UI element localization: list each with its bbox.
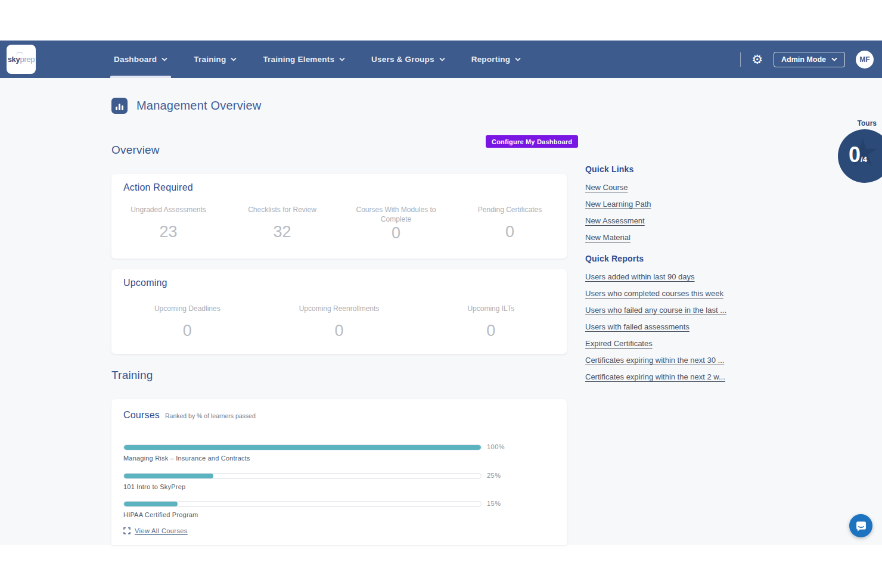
course-bar-fill <box>124 445 481 450</box>
chevron-down-icon <box>439 57 445 63</box>
stat-pending-certificates: Pending Certificates 0 <box>453 205 567 242</box>
skyprep-logo[interactable]: skyprep <box>7 45 36 74</box>
page-title-row: Management Overview <box>111 98 261 114</box>
navbar-right-controls: ⚙ Admin Mode MF <box>740 41 874 78</box>
chevron-down-icon <box>339 57 345 63</box>
tours-total: /4 <box>861 155 867 164</box>
skyprep-logo-text: skyprep <box>8 55 35 64</box>
tours-label: Tours <box>858 119 877 127</box>
link-new-learning-path[interactable]: New Learning Path <box>585 200 651 209</box>
page-title: Management Overview <box>136 99 261 113</box>
nav-item-dashboard[interactable]: Dashboard <box>114 41 167 78</box>
main-content-area: Management Overview Tours ★ 0/4 Configur… <box>0 78 882 545</box>
chevron-down-icon <box>831 57 837 63</box>
nav-item-training-elements[interactable]: Training Elements <box>263 41 345 78</box>
training-section-heading: Training <box>111 369 153 382</box>
report-users-completed-this-week[interactable]: Users who completed courses this week <box>585 289 726 298</box>
course-bar-track <box>123 501 482 507</box>
user-avatar[interactable]: MF <box>856 51 874 69</box>
nav-item-training[interactable]: Training <box>194 41 237 78</box>
upcoming-title: Upcoming <box>123 278 167 288</box>
course-bar-label: Managing Risk – Insurance and Contracts <box>123 455 482 462</box>
logo-swoosh-icon <box>16 52 23 55</box>
stat-ungraded-assessments: Ungraded Assessments 23 <box>111 205 225 242</box>
course-bar-row: 100% Managing Risk – Insurance and Contr… <box>123 444 482 462</box>
settings-gear-icon[interactable]: ⚙ <box>751 53 763 66</box>
view-all-courses[interactable]: View All Courses <box>123 527 188 534</box>
tours-count: 0 <box>849 142 861 167</box>
course-bar-label: 101 Intro to SkyPrep <box>123 483 482 490</box>
report-users-added-90-days[interactable]: Users added within last 90 days <box>585 272 726 281</box>
nav-item-reporting[interactable]: Reporting <box>471 41 521 78</box>
course-bar-row: 15% HIPAA Certified Program <box>123 501 482 518</box>
skyprep-dashboard-page: skyprep Dashboard Training Training Elem… <box>0 0 882 588</box>
chat-messenger-button[interactable] <box>849 514 872 537</box>
configure-dashboard-button[interactable]: Configure My Dashboard <box>486 135 578 148</box>
main-nav-menu: Dashboard Training Training Elements Use… <box>114 41 521 78</box>
report-users-failed-assessments[interactable]: Users with failed assessments <box>585 322 726 331</box>
quick-reports-heading: Quick Reports <box>585 254 726 263</box>
view-all-courses-link: View All Courses <box>135 527 188 534</box>
link-new-assessment[interactable]: New Assessment <box>585 216 651 225</box>
action-required-card: Action Required Ungraded Assessments 23 … <box>111 174 567 259</box>
chevron-down-icon <box>231 57 237 63</box>
course-bar-label: HIPAA Certified Program <box>123 511 482 518</box>
chevron-down-icon <box>515 57 521 63</box>
courses-subtitle: Ranked by % of learners passed <box>165 412 256 419</box>
admin-mode-dropdown[interactable]: Admin Mode <box>774 52 845 67</box>
nav-item-users-groups[interactable]: Users & Groups <box>371 41 445 78</box>
course-bar-track <box>123 444 482 450</box>
stat-courses-with-modules: Courses With Modules to Complete 0 <box>339 205 453 242</box>
course-bar-percent: 100% <box>487 443 505 450</box>
overview-section-heading: Overview <box>111 144 160 157</box>
course-bar-percent: 25% <box>487 472 501 479</box>
course-bar-row: 25% 101 Intro to SkyPrep <box>123 473 482 490</box>
report-users-failed-any-course[interactable]: Users who failed any course in the last … <box>585 306 726 315</box>
report-certs-expiring-30[interactable]: Certificates expiring within the next 30… <box>585 356 726 365</box>
navbar-divider <box>740 52 741 67</box>
stat-checklists-for-review: Checklists for Review 32 <box>225 205 339 242</box>
report-expired-certificates[interactable]: Expired Certificates <box>585 339 726 348</box>
quick-links-section: Quick Links New Course New Learning Path… <box>585 164 651 242</box>
course-bar-fill <box>124 474 213 478</box>
tours-progress-badge[interactable]: ★ 0/4 <box>838 129 882 183</box>
stat-upcoming-deadlines: Upcoming Deadlines 0 <box>111 304 263 340</box>
courses-card: Courses Ranked by % of learners passed 1… <box>111 399 567 545</box>
course-bar-percent: 15% <box>487 500 501 507</box>
expand-icon <box>123 527 131 534</box>
action-required-title: Action Required <box>123 182 193 193</box>
chevron-down-icon <box>162 57 167 63</box>
upcoming-card: Upcoming Upcoming Deadlines 0 Upcoming R… <box>111 269 567 354</box>
bar-chart-icon <box>111 98 128 114</box>
link-new-course[interactable]: New Course <box>585 183 651 192</box>
top-navbar: skyprep Dashboard Training Training Elem… <box>0 41 882 78</box>
course-bar-track <box>123 473 482 479</box>
courses-title: Courses <box>123 410 160 421</box>
link-new-material[interactable]: New Material <box>585 233 651 242</box>
quick-links-heading: Quick Links <box>585 164 651 174</box>
quick-reports-section: Quick Reports Users added within last 90… <box>585 254 726 381</box>
stat-upcoming-ilts: Upcoming ILTs 0 <box>415 304 567 340</box>
courses-card-header: Courses Ranked by % of learners passed <box>123 410 256 421</box>
course-bar-fill <box>124 502 178 506</box>
chat-bubble-icon <box>855 520 867 532</box>
report-certs-expiring-2w[interactable]: Certificates expiring within the next 2 … <box>585 372 726 381</box>
stat-upcoming-reenrollments: Upcoming Reenrollments 0 <box>263 304 415 340</box>
